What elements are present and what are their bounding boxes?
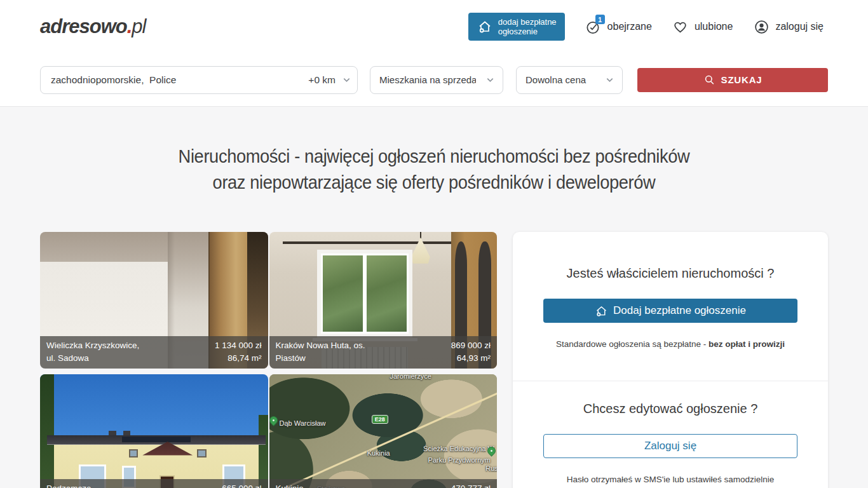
chevron-down-icon [342, 75, 351, 85]
listing-price: 470 777 zł [451, 484, 491, 488]
listing-price: 1 134 000 zł [215, 341, 262, 350]
house-plus-icon [595, 304, 608, 318]
password-note: Hasło otrzymałeś w SMS'ie lub ustawiłeś … [513, 475, 828, 484]
map-road [269, 391, 498, 488]
listing-card-4[interactable]: Jaromierzyce Dąb Warcisław Kukinia Stojk… [269, 374, 498, 488]
topbar: adresowo.pl dodaj bezpłatne ogłoszenie 1 [0, 0, 868, 53]
logo[interactable]: adresowo.pl [40, 15, 146, 38]
add-listing-label-line1: dodaj bezpłatne [498, 17, 557, 27]
edit-heading: Chcesz edytować ogłoszenie ? [513, 402, 828, 416]
logo-name: adresowo [40, 15, 127, 37]
login-label: zaloguj się [775, 21, 824, 32]
route-badge: E28 [372, 415, 388, 424]
topbar-actions: dodaj bezpłatne ogłoszenie 1 obejrzane u… [468, 13, 824, 41]
heart-icon [672, 18, 689, 35]
listing-location: Wieliczka Krzyszkowice, [46, 341, 139, 350]
favorites-label: ulubione [695, 21, 733, 32]
free-listing-note: Standardowe ogłoszenia są bezpłatne - be… [513, 339, 828, 349]
panel-add-listing-label: Dodaj bezpłatne ogłoszenie [613, 304, 746, 317]
listing-card-3[interactable]: Podzamcze 665 000 zł [40, 374, 268, 488]
price-select[interactable]: Dowolna cena [516, 66, 623, 94]
panel-login-label: Zaloguj się [644, 440, 696, 452]
add-listing-button[interactable]: dodaj bezpłatne ogłoszenie [468, 13, 565, 41]
page-title: Nieruchomości - najwięcej ogłoszeń nieru… [26, 144, 842, 195]
listing-price: 665 000 zł [222, 484, 261, 488]
owner-panel: Jesteś właścicielem nieruchomości ? Doda… [513, 232, 828, 488]
category-select[interactable]: Mieszkania na sprzedaż [370, 66, 503, 94]
house-plus-icon [477, 18, 493, 35]
map-pin-icon [269, 415, 280, 426]
main-content: Nieruchomości - najwięcej ogłoszeń nieru… [0, 107, 868, 488]
listing-overlay: Wieliczka Krzyszkowice, ul. Sadowa 1 134… [40, 336, 268, 369]
viewed-link[interactable]: 1 obejrzane [585, 18, 652, 35]
map-label-kukinia: Kukinia [367, 449, 390, 457]
radius-value: +0 km [308, 74, 336, 86]
listing-card-2[interactable]: Kraków Nowa Huta, os. Piastów 869 000 zł… [269, 232, 498, 369]
listing-price: 869 000 zł [451, 341, 491, 350]
listing-grid: Wieliczka Krzyszkowice, ul. Sadowa 1 134… [40, 232, 497, 488]
chevron-down-icon [605, 75, 614, 85]
user-icon [753, 18, 770, 35]
listing-photo-satellite-map: Jaromierzyce Dąb Warcisław Kukinia Stojk… [269, 374, 498, 488]
map-label-rusowo: Rusowo [485, 464, 497, 472]
logo-tld: pl [132, 15, 146, 37]
listing-overlay: Podzamcze 665 000 zł [40, 479, 268, 488]
price-value: Dowolna cena [526, 74, 586, 85]
login-link[interactable]: zaloguj się [753, 18, 824, 35]
listing-photo-house [40, 374, 268, 488]
panel-add-listing-button[interactable]: Dodaj bezpłatne ogłoszenie [543, 299, 797, 323]
panel-login-button[interactable]: Zaloguj się [543, 434, 797, 458]
listing-overlay: Kukinie 470 777 zł [269, 479, 498, 488]
listing-location: Podzamcze [46, 484, 92, 488]
check-circle-icon: 1 [585, 18, 602, 35]
map-label-jaromierzyce: Jaromierzyce [390, 374, 431, 380]
location-field-wrap: +0 km [40, 66, 358, 94]
search-bar: +0 km Mieszkania na sprzedaż Dowolna cen… [0, 53, 868, 107]
listing-overlay: Kraków Nowa Huta, os. Piastów 869 000 zł… [269, 336, 498, 369]
category-value: Mieszkania na sprzedaż [379, 74, 476, 85]
map-label-dab-warcislaw: Dąb Warcisław [280, 419, 326, 427]
map-label-sciezka-line1: Ścieżka Edukacyjna W [423, 445, 494, 452]
viewed-label: obejrzane [607, 21, 652, 32]
viewed-count-badge: 1 [595, 15, 605, 24]
listing-location: Kraków Nowa Huta, os. [276, 341, 365, 350]
search-button-label: SZUKAJ [721, 74, 763, 85]
listing-area: 64,93 m² [457, 353, 491, 363]
panel-divider [513, 381, 828, 381]
favorites-link[interactable]: ulubione [672, 18, 733, 35]
listing-card-1[interactable]: Wieliczka Krzyszkowice, ul. Sadowa 1 134… [40, 232, 268, 369]
search-icon [703, 74, 715, 86]
search-button[interactable]: SZUKAJ [637, 68, 828, 92]
owner-heading: Jesteś właścicielem nieruchomości ? [513, 266, 828, 281]
listing-area: 86,74 m² [227, 353, 261, 363]
map-label-sciezka-line2: Parku Przydwornym [428, 456, 491, 464]
add-listing-label-line2: ogłoszenie [498, 27, 538, 36]
chevron-down-icon [485, 75, 495, 85]
listing-location: Kukinie [276, 484, 304, 488]
radius-dropdown[interactable]: +0 km [308, 66, 351, 94]
